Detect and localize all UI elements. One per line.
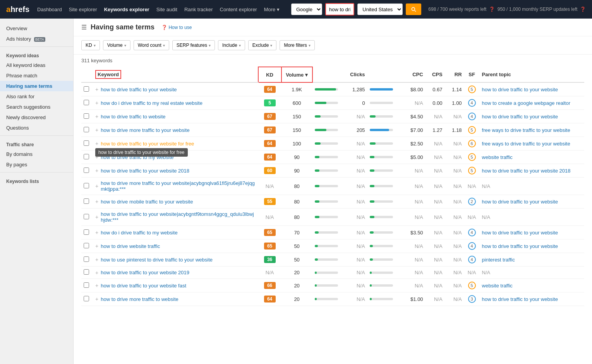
keyword-link[interactable]: how to drive traffic to your website 201… [101, 168, 189, 174]
parent-topic-link[interactable]: how to drive traffic to your website [482, 230, 558, 236]
filter-word-count[interactable]: Word count ▾ [134, 40, 169, 50]
parent-topic-link[interactable]: free ways to drive traffic to your websi… [482, 127, 570, 133]
parent-topic-link[interactable]: how to create a google webpage realtor [482, 100, 570, 106]
parent-topic-link[interactable]: pinterest traffic [482, 257, 515, 263]
keyword-link[interactable]: how to drive website traffic [101, 243, 160, 249]
row-checkbox[interactable] [84, 243, 89, 248]
engine-select[interactable]: Google [291, 3, 322, 15]
sidebar-item-newly-discovered[interactable]: Newly discovered [0, 112, 73, 123]
filter-exclude[interactable]: Exclude ▾ [248, 40, 277, 50]
keyword-link[interactable]: how to use pinterest to drive traffic to… [101, 257, 213, 263]
filter-kd[interactable]: KD ▾ [81, 40, 100, 50]
filter-include[interactable]: Include ▾ [218, 40, 245, 50]
keyword-link[interactable]: how to drive more traffic to your websit… [101, 180, 256, 192]
keyword-link[interactable]: how to drive traffic to your website fas… [101, 283, 186, 289]
nav-dashboard[interactable]: Dashboard [37, 7, 62, 12]
add-keyword-btn[interactable]: + [95, 282, 98, 289]
th-rr[interactable]: RR [445, 67, 464, 82]
row-checkbox-cell [81, 96, 93, 110]
add-keyword-btn[interactable]: + [95, 270, 98, 276]
nav-keywords-explorer[interactable]: Keywords explorer [104, 7, 149, 12]
hamburger-icon[interactable]: ☰ [81, 24, 87, 31]
row-checkbox[interactable] [84, 282, 89, 288]
add-keyword-btn[interactable]: + [95, 140, 98, 147]
sidebar-item-ads-history[interactable]: Ads history BETA [0, 34, 73, 44]
sidebar-item-phrase-match[interactable]: Phrase match [0, 70, 73, 81]
search-button[interactable] [406, 3, 421, 15]
add-keyword-btn[interactable]: + [95, 214, 98, 220]
row-checkbox[interactable] [84, 214, 89, 219]
add-keyword-btn[interactable]: + [95, 296, 98, 302]
th-kd[interactable]: KD [258, 67, 281, 82]
parent-topic-link[interactable]: how to drive traffic to your website 201… [482, 168, 571, 174]
row-checkbox[interactable] [84, 256, 89, 262]
parent-topic-link[interactable]: website traffic [482, 283, 513, 289]
add-keyword-btn[interactable]: + [95, 256, 98, 263]
row-checkbox[interactable] [84, 100, 89, 105]
sidebar-item-all-keyword-ideas[interactable]: All keyword ideas [0, 60, 73, 70]
parent-topic-link[interactable]: website traffic [482, 154, 513, 160]
sidebar-item-having-same-terms[interactable]: Having same terms [0, 81, 73, 91]
add-keyword-btn[interactable]: + [95, 229, 98, 236]
row-checkbox[interactable] [84, 183, 89, 188]
add-keyword-btn[interactable]: + [95, 243, 98, 249]
nav-content-explorer[interactable]: Content explorer [220, 7, 257, 12]
sidebar-item-overview[interactable]: Overview [0, 23, 73, 34]
th-keyword[interactable]: Keyword [93, 67, 258, 82]
row-checkbox[interactable] [84, 296, 89, 301]
how-to-use-link[interactable]: ❓ How to use [161, 25, 192, 30]
keyword-link[interactable]: how to drive traffic to your website 201… [101, 270, 189, 275]
row-checkbox[interactable] [84, 154, 89, 159]
sidebar-item-by-domains[interactable]: By domains [0, 149, 73, 159]
th-sf[interactable]: SF [464, 67, 480, 82]
add-keyword-btn[interactable]: + [95, 198, 98, 205]
sidebar-item-questions[interactable]: Questions [0, 123, 73, 133]
keyword-link[interactable]: how to drive more traffic to your websit… [101, 127, 190, 133]
row-checkbox[interactable] [84, 269, 89, 275]
clicks-bar-cell [367, 195, 402, 208]
parent-topic-link[interactable]: how to drive traffic to your website [482, 199, 558, 205]
row-checkbox[interactable] [84, 229, 89, 235]
keyword-link[interactable]: how do i drive traffic to my real estate… [101, 100, 202, 106]
sidebar-item-also-rank-for[interactable]: Also rank for [0, 91, 73, 102]
keyword-link[interactable]: how do i drive traffic to my website [101, 230, 177, 236]
row-checkbox[interactable] [84, 86, 89, 92]
filter-volume[interactable]: Volume ▾ [103, 40, 130, 50]
row-checkbox[interactable] [84, 140, 89, 146]
parent-topic-link[interactable]: how to drive traffic to your website [482, 296, 558, 302]
th-clicks[interactable]: Clicks [340, 67, 367, 82]
parent-topic-link[interactable]: how to drive traffic to your website [482, 87, 558, 92]
keyword-link[interactable]: how to drive more traffic to website [101, 296, 178, 302]
keyword-link[interactable]: how to drive mobile traffic to your webs… [101, 199, 193, 205]
country-select[interactable]: United States [357, 3, 403, 15]
add-keyword-btn[interactable]: + [95, 113, 98, 120]
search-input[interactable] [326, 4, 353, 15]
nav-rank-tracker[interactable]: Rank tracker [184, 7, 213, 12]
keyword-link[interactable]: how to drive traffic to website [101, 114, 165, 120]
add-keyword-btn[interactable]: + [95, 86, 98, 92]
keyword-link[interactable]: how to drive traffic to your website [101, 87, 177, 92]
nav-site-audit[interactable]: Site audit [156, 7, 177, 12]
parent-topic-link[interactable]: how to drive traffic to your website [482, 243, 558, 249]
filter-more[interactable]: More filters ▾ [280, 40, 314, 50]
add-keyword-btn[interactable]: + [95, 100, 98, 106]
keyword-link[interactable]: how to drive traffic to your website for… [101, 141, 194, 147]
sidebar-item-search-suggestions[interactable]: Search suggestions [0, 102, 73, 112]
th-cpc[interactable]: CPC [402, 67, 426, 82]
add-keyword-btn[interactable]: + [95, 127, 98, 133]
row-checkbox[interactable] [84, 167, 89, 173]
filter-serp-features[interactable]: SERP features ▾ [172, 40, 215, 50]
nav-more[interactable]: More ▾ [264, 7, 280, 12]
row-checkbox[interactable] [84, 113, 89, 119]
parent-topic-link[interactable]: how to drive traffic to your website [482, 114, 558, 120]
keyword-link[interactable]: how to drive traffic to your website|acy… [101, 211, 256, 223]
parent-topic-link[interactable]: free ways to drive traffic to your websi… [482, 141, 570, 147]
th-cps[interactable]: CPS [426, 67, 445, 82]
row-checkbox[interactable] [84, 127, 89, 132]
sidebar-item-by-pages[interactable]: By pages [0, 159, 73, 170]
add-keyword-btn[interactable]: + [95, 183, 98, 189]
add-keyword-btn[interactable]: + [95, 167, 98, 174]
nav-site-explorer[interactable]: Site explorer [69, 7, 97, 12]
th-volume[interactable]: Volume ▾ [281, 67, 312, 82]
row-checkbox[interactable] [84, 198, 89, 204]
